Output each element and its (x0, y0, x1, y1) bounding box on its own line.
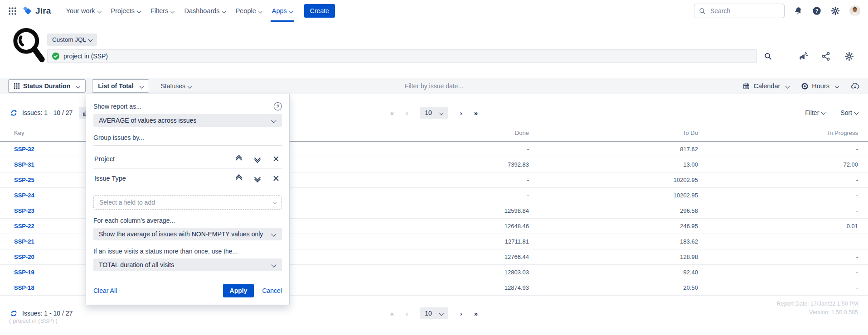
issue-key-link[interactable]: SSP-19 (14, 269, 82, 276)
show-report-as-label: Show report as... (93, 102, 282, 110)
grid-icon (14, 83, 19, 89)
add-field-select[interactable]: Select a field to add (93, 195, 282, 210)
column-inprogress[interactable]: In Progress (698, 129, 858, 136)
first-page-button[interactable]: « (390, 109, 394, 117)
jql-echo: ( project in (SSP) ) (9, 317, 58, 324)
issue-key-link[interactable]: SSP-18 (14, 284, 82, 291)
report-toolbar: Status Duration List of Total Statuses F… (0, 78, 868, 94)
apply-button[interactable]: Apply (223, 284, 254, 297)
move-up-icon[interactable] (236, 156, 242, 162)
nav-item-filters[interactable]: Filters (145, 0, 179, 22)
report-type-button[interactable]: List of Total (92, 79, 149, 93)
app-switcher-icon[interactable] (7, 6, 17, 16)
create-button[interactable]: Create (304, 4, 335, 18)
column-key[interactable]: Key (14, 129, 82, 136)
show-report-as-select[interactable]: AVERAGE of values across issues (93, 114, 282, 127)
next-page-button[interactable]: › (460, 109, 462, 117)
jql-type-selector[interactable]: Custom JQL (47, 34, 97, 46)
issue-key-link[interactable]: SSP-23 (14, 207, 82, 214)
prev-page-button[interactable]: ‹ (406, 310, 408, 317)
jql-input[interactable]: project in (SSP) (47, 49, 757, 63)
refresh-icon[interactable] (10, 109, 18, 117)
announcement-megaphone-icon[interactable] (797, 51, 808, 62)
pagination-top: « ‹ 10 › » (390, 107, 478, 119)
panel-footer: Clear All Apply Cancel (93, 284, 282, 297)
report-settings-gear-icon[interactable] (844, 51, 854, 62)
jql-search-icon[interactable] (764, 53, 772, 60)
issue-key-link[interactable]: SSP-24 (14, 192, 82, 199)
nav-item-apps[interactable]: Apps (267, 0, 298, 22)
global-search[interactable] (694, 4, 785, 18)
last-page-button[interactable]: » (474, 109, 478, 117)
report-actions (797, 51, 854, 62)
app-logo-magnifier-icon (11, 25, 47, 67)
multiple-visits-select[interactable]: TOTAL duration of all visits (93, 258, 282, 271)
next-page-button[interactable]: › (460, 310, 462, 317)
cell-inprogress: - (698, 254, 858, 260)
cell-todo: 246.95 (529, 223, 698, 230)
refresh-icon[interactable] (10, 310, 18, 317)
issue-key-link[interactable]: SSP-32 (14, 146, 82, 153)
jira-logo[interactable]: Jira (23, 6, 51, 16)
remove-icon[interactable] (273, 156, 279, 162)
cell-inprogress: - (698, 269, 858, 276)
page-size-select[interactable]: 10 (420, 107, 448, 119)
prev-page-button[interactable]: ‹ (406, 109, 408, 117)
jql-text: project in (SSP) (63, 53, 108, 60)
chevron-down-icon (88, 38, 93, 42)
remove-icon[interactable] (273, 175, 279, 182)
first-page-button[interactable]: « (390, 310, 394, 317)
move-up-icon[interactable] (236, 175, 242, 182)
chevron-down-icon (271, 262, 276, 267)
navbar-right: ? (694, 4, 861, 18)
chevron-down-icon (222, 9, 226, 13)
calendar-dropdown[interactable]: Calendar (742, 82, 789, 90)
share-icon[interactable] (821, 51, 831, 62)
time-unit-icon (801, 82, 809, 90)
main-nav: Your work Projects Filters Dashboards Pe… (61, 0, 298, 22)
issue-key-link[interactable]: SSP-25 (14, 177, 82, 183)
cell-todo: 817.62 (529, 146, 698, 153)
cell-todo: 10202.95 (529, 192, 698, 199)
cancel-link[interactable]: Cancel (262, 287, 282, 294)
export-cloud-icon[interactable] (850, 81, 860, 91)
move-down-icon[interactable] (254, 156, 261, 162)
issue-key-link[interactable]: SSP-20 (14, 254, 82, 260)
cell-inprogress: - (698, 192, 858, 199)
issue-key-link[interactable]: SSP-31 (14, 161, 82, 168)
settings-gear-icon[interactable] (830, 6, 840, 16)
cell-inprogress: - (698, 177, 858, 183)
cell-inprogress: - (698, 146, 858, 153)
help-icon[interactable] (274, 102, 282, 110)
hours-dropdown[interactable]: Hours (801, 82, 839, 90)
cell-inprogress: - (698, 238, 858, 245)
clear-all-link[interactable]: Clear All (93, 287, 117, 294)
cell-todo: 20.50 (529, 284, 698, 291)
global-search-input[interactable] (709, 7, 780, 15)
chevron-down-icon (76, 84, 81, 88)
nav-item-your-work[interactable]: Your work (61, 0, 106, 22)
report-meta: Report Date: 17/Jan/22 1:50 PM Version: … (777, 300, 858, 317)
issue-key-link[interactable]: SSP-21 (14, 238, 82, 245)
nav-item-dashboards[interactable]: Dashboards (179, 0, 230, 22)
move-down-icon[interactable] (254, 175, 261, 182)
page-size-select[interactable]: 10 (420, 307, 448, 319)
column-average-select[interactable]: Show the average of issues with NON-EMPT… (93, 228, 282, 240)
column-todo[interactable]: To Do (529, 129, 698, 136)
chevron-down-icon (439, 311, 444, 316)
statuses-dropdown[interactable]: Statuses (161, 82, 191, 90)
table-controls: Filter Sort (805, 109, 858, 116)
chevron-down-icon (188, 84, 192, 88)
jira-logo-icon (23, 6, 33, 16)
sort-dropdown[interactable]: Sort (840, 109, 858, 116)
issue-date-filter[interactable]: Filter by issue date... (405, 82, 463, 90)
nav-item-projects[interactable]: Projects (106, 0, 145, 22)
user-avatar[interactable] (849, 5, 861, 17)
app-selector-button[interactable]: Status Duration (8, 79, 86, 93)
last-page-button[interactable]: » (474, 310, 478, 317)
notifications-bell-icon[interactable] (793, 6, 803, 16)
help-icon[interactable]: ? (812, 6, 822, 16)
nav-item-people[interactable]: People (231, 0, 267, 22)
issue-key-link[interactable]: SSP-22 (14, 223, 82, 230)
filter-dropdown[interactable]: Filter (805, 109, 825, 116)
